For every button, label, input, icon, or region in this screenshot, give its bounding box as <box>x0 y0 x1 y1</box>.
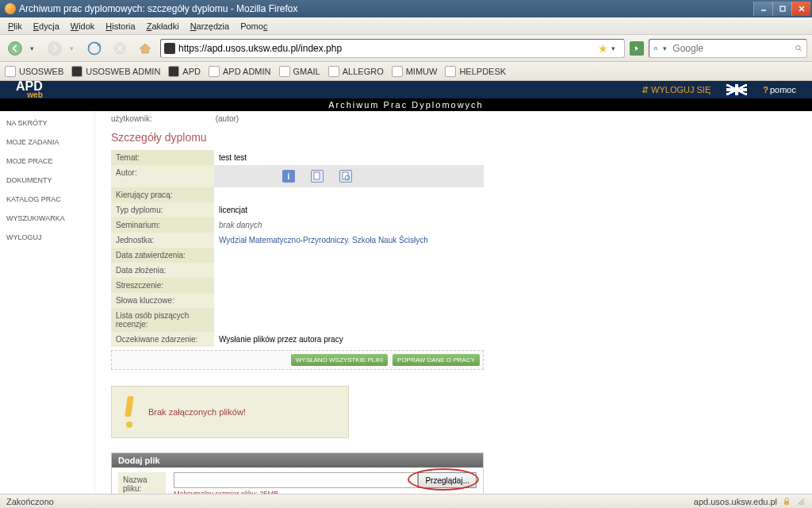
fix-data-button[interactable]: POPRAW DANE O PRACY <box>393 354 480 366</box>
forward-button[interactable] <box>44 38 65 59</box>
row-label: Słowa kluczowe: <box>111 293 214 308</box>
window-titlebar: Archiwum prac dyplomowych: szczegóły dyp… <box>0 0 812 17</box>
app-sub-header: Archiwum Prac Dyplomowych <box>0 98 812 111</box>
file-name-input[interactable] <box>174 472 418 488</box>
sidebar-item-my-tasks[interactable]: MOJE ZADANIA <box>6 138 88 146</box>
search-bar[interactable]: G ▾ <box>649 39 807 58</box>
back-button[interactable] <box>5 38 25 59</box>
sidebar-item-search[interactable]: WYSZUKIWARKA <box>6 214 88 222</box>
row-label: Lista osób piszących recenzje: <box>111 308 214 332</box>
row-label: Data zatwierdzenia: <box>111 248 214 263</box>
bookmark-helpdesk[interactable]: HELPDESK <box>445 66 506 77</box>
add-file-panel: Dodaj plik Nazwa pliku: Przeglądaj... Ma… <box>111 452 484 494</box>
menu-file[interactable]: Plik <box>3 20 27 33</box>
bookmark-allegro[interactable]: ALLEGRO <box>328 66 384 77</box>
nav-toolbar: ▾ ▾ https://apd.usos.uksw.edu.pl/index.p… <box>0 35 812 62</box>
url-text: https://apd.usos.uksw.edu.pl/index.php <box>178 43 595 54</box>
info-icon[interactable]: i <box>282 170 295 183</box>
main-content: użytkownik: (autor) Szczegóły dyplomu Te… <box>95 111 812 494</box>
details-table: Temat:test test Autor: i Kierujący pracą… <box>111 150 484 370</box>
stop-button[interactable] <box>109 38 130 59</box>
app-header: APD web ⇵ WYLOGUJ SIĘ ?pomoc <box>0 81 812 98</box>
language-flag-uk[interactable] <box>726 84 747 95</box>
row-value: brak danych <box>214 217 484 233</box>
row-label: Oczekiwane zdarzenie: <box>111 332 214 347</box>
firefox-icon <box>5 3 16 14</box>
row-value <box>214 263 484 278</box>
window-minimize-button[interactable] <box>753 2 772 16</box>
svg-point-4 <box>9 41 22 55</box>
row-value: licencjat <box>214 202 484 217</box>
menu-edit[interactable]: Edycja <box>29 20 64 33</box>
menu-bookmarks[interactable]: Zakładki <box>142 20 184 33</box>
window-close-button[interactable] <box>791 2 810 16</box>
row-value <box>214 187 484 202</box>
google-icon: G <box>653 43 660 54</box>
url-bar[interactable]: https://apd.usos.uksw.edu.pl/index.php ★… <box>160 39 625 58</box>
no-files-alert: Brak załączonych plików! <box>111 386 349 438</box>
sidebar-item-my-works[interactable]: MOJE PRACE <box>6 157 88 165</box>
menu-file-label: lik <box>13 21 21 31</box>
user-label: użytkownik: <box>111 114 152 123</box>
home-button[interactable] <box>135 38 155 59</box>
svg-line-12 <box>800 48 802 51</box>
sidebar-item-catalog[interactable]: KATALOG PRAC <box>6 195 88 203</box>
row-value <box>214 248 484 263</box>
bookmark-usosweb-admin[interactable]: USOSWEB ADMIN <box>71 66 160 77</box>
url-dropdown[interactable]: ▾ <box>611 44 621 52</box>
window-title: Archiwum prac dyplomowych: szczegóły dyp… <box>19 3 297 14</box>
browse-button[interactable]: Przeglądaj... <box>418 472 477 488</box>
app-logo: APD web <box>16 80 43 99</box>
svg-rect-1 <box>780 6 785 11</box>
bookmark-gmail[interactable]: GMAIL <box>279 66 320 77</box>
row-label: Data złożenia: <box>111 263 214 278</box>
site-icon <box>164 43 175 54</box>
bookmark-apd-admin[interactable]: APD ADMIN <box>209 66 271 77</box>
row-value: test test <box>214 150 484 165</box>
search-icon[interactable] <box>795 42 803 55</box>
go-button[interactable] <box>630 41 644 56</box>
section-title: Szczegóły dyplomu <box>111 131 796 144</box>
action-buttons-row: WYSŁANO WSZYSTKIE PLIKI POPRAW DANE O PR… <box>111 350 484 370</box>
row-label: Typ dyplomu: <box>111 202 214 217</box>
bookmark-mimuw[interactable]: MIMUW <box>392 66 438 77</box>
bookmark-bar: USOSWEB USOSWEB ADMIN APD APD ADMIN GMAI… <box>0 62 812 81</box>
send-all-files-button[interactable]: WYSŁANO WSZYSTKIE PLIKI <box>291 354 388 366</box>
bookmark-usosweb[interactable]: USOSWEB <box>5 66 63 77</box>
sidebar-item-shortcuts[interactable]: NA SKRÓTY <box>6 119 88 127</box>
add-file-header: Dodaj plik <box>112 453 483 468</box>
warning-icon <box>121 396 137 428</box>
sidebar-item-documents[interactable]: DOKUMENTY <box>6 176 88 184</box>
row-value <box>214 293 484 308</box>
row-label: Temat: <box>111 150 214 165</box>
help-link[interactable]: ?pomoc <box>763 85 796 94</box>
row-value <box>214 308 484 332</box>
row-label: Kierujący pracą: <box>111 187 214 202</box>
window-maximize-button[interactable] <box>772 2 791 16</box>
row-value <box>214 278 484 293</box>
file-name-label: Nazwa pliku: <box>118 472 166 494</box>
document-refresh-icon[interactable] <box>339 170 352 183</box>
forward-dropdown[interactable]: ▾ <box>70 44 79 52</box>
sidebar-item-logout[interactable]: WYLOGUJ <box>6 233 88 241</box>
reload-button[interactable] <box>84 38 105 59</box>
menu-help[interactable]: Pomoc <box>236 20 272 33</box>
menu-view[interactable]: Widok <box>66 20 100 33</box>
unit-link[interactable]: Wydział Matematyczno-Przyrodniczy. Szkoł… <box>214 233 484 248</box>
row-value: Wysłanie plików przez autora pracy <box>214 332 484 347</box>
back-dropdown[interactable]: ▾ <box>30 44 40 52</box>
document-icon[interactable] <box>311 170 324 183</box>
logout-link[interactable]: ⇵ WYLOGUJ SIĘ <box>642 85 710 95</box>
menu-history[interactable]: Historia <box>101 20 140 33</box>
svg-point-5 <box>48 41 62 55</box>
search-input[interactable] <box>672 43 791 54</box>
bookmark-star-icon[interactable]: ★ <box>598 42 608 55</box>
user-role: (autor) <box>216 114 239 123</box>
row-label: Jednostka: <box>111 233 214 248</box>
bookmark-apd[interactable]: APD <box>168 66 201 77</box>
search-engine-dropdown[interactable]: ▾ <box>663 44 669 52</box>
menu-bar: Plik Edycja Widok Historia Zakładki Narz… <box>0 17 812 35</box>
row-label: Streszczenie: <box>111 278 214 293</box>
menu-tools[interactable]: Narzędzia <box>186 20 235 33</box>
row-label: Seminarium: <box>111 217 214 233</box>
